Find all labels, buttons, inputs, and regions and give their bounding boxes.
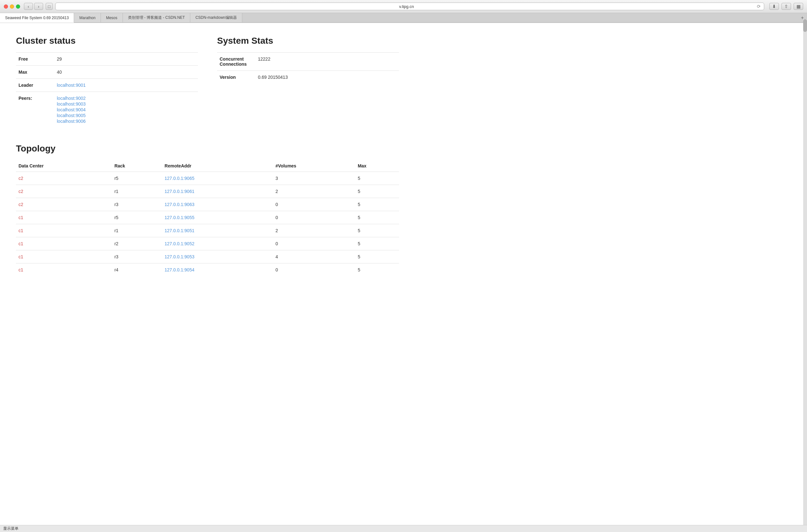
max-cell: 5 [355,250,399,263]
system-stats-section: System Stats Concurrent Connections 1222… [217,36,399,128]
max-cell: 5 [355,172,399,185]
peers-list: localhost:9002 localhost:9003 localhost:… [57,96,195,124]
rack-cell: r5 [112,172,162,185]
addr-link[interactable]: 127.0.0.1:9055 [165,215,195,220]
version-value: 0.69 20150413 [255,71,399,84]
tab-seaweed[interactable]: Seaweed File System 0.69 20150413 [0,13,74,23]
volumes-cell: 0 [273,198,355,211]
tab-mesos[interactable]: Mesos [101,13,123,22]
addr-cell: 127.0.0.1:9055 [162,211,273,224]
peer-link-4[interactable]: localhost:9005 [57,113,195,118]
table-row: c1 r3 127.0.0.1:9053 4 5 [16,250,399,263]
max-value: 40 [54,66,198,79]
col-rack: Rack [112,160,162,172]
close-button[interactable] [4,4,8,8]
rack-cell: r5 [112,211,162,224]
system-stats-table: Concurrent Connections 12222 Version 0.6… [217,52,399,83]
tab-marathon[interactable]: Marathon [74,13,101,22]
rack-cell: r3 [112,250,162,263]
max-cell: 5 [355,198,399,211]
table-row: c2 r1 127.0.0.1:9061 2 5 [16,185,399,198]
addr-link[interactable]: 127.0.0.1:9065 [165,176,195,181]
tab-csdn-category[interactable]: 类别管理 - 博客频道 - CSDN.NET [123,13,190,22]
peer-link-1[interactable]: localhost:9002 [57,96,195,101]
free-label: Free [16,53,54,66]
volumes-cell: 0 [273,263,355,277]
view-button[interactable]: □ [45,3,53,10]
maximize-button[interactable] [16,4,20,8]
tab-csdn-markdown[interactable]: CSDN-markdown编辑器 [190,13,242,22]
dc-cell: c2 [16,185,112,198]
peers-label: Peers: [16,92,54,128]
table-row: c2 r3 127.0.0.1:9063 0 5 [16,198,399,211]
stats-row: Cluster status Free 29 Max 40 Leader loc… [16,36,399,128]
max-cell: 5 [355,185,399,198]
version-label: Version [217,71,255,84]
addr-link[interactable]: 127.0.0.1:9063 [165,202,195,207]
rack-cell: r2 [112,237,162,250]
table-row: c1 r5 127.0.0.1:9055 0 5 [16,211,399,224]
leader-value: localhost:9001 [54,79,198,92]
max-cell: 5 [355,211,399,224]
address-bar[interactable] [59,4,754,9]
system-stats-heading: System Stats [217,36,399,46]
scrollbar[interactable] [803,19,807,289]
table-row: Max 40 [16,66,198,79]
table-row: Leader localhost:9001 [16,79,198,92]
peers-values: localhost:9002 localhost:9003 localhost:… [54,92,198,128]
download-button[interactable]: ⬇ [769,3,779,10]
volumes-cell: 4 [273,250,355,263]
back-button[interactable]: ‹ [24,3,33,10]
volumes-cell: 2 [273,185,355,198]
topology-heading: Topology [16,144,399,154]
browser-chrome: ‹ › □ ⟳ ⬇ ⇧ ▦ Seaweed File System 0.69 2… [0,0,807,23]
topology-table: Data Center Rack RemoteAddr #Volumes Max… [16,160,399,276]
addr-link[interactable]: 127.0.0.1:9052 [165,241,195,246]
scroll-thumb[interactable] [803,19,807,32]
volumes-cell: 0 [273,211,355,224]
topology-header-row: Data Center Rack RemoteAddr #Volumes Max [16,160,399,172]
peer-link-5[interactable]: localhost:9006 [57,119,195,124]
addr-cell: 127.0.0.1:9054 [162,263,273,277]
addr-link[interactable]: 127.0.0.1:9054 [165,267,195,272]
leader-link[interactable]: localhost:9001 [57,82,86,88]
minimize-button[interactable] [10,4,14,8]
leader-label: Leader [16,79,54,92]
addr-link[interactable]: 127.0.0.1:9051 [165,228,195,233]
dc-cell: c1 [16,211,112,224]
share-button[interactable]: ⇧ [782,3,791,10]
table-row: c2 r5 127.0.0.1:9065 3 5 [16,172,399,185]
addr-link[interactable]: 127.0.0.1:9061 [165,189,195,194]
nav-buttons: ‹ › [24,3,43,10]
table-row: c1 r4 127.0.0.1:9054 0 5 [16,263,399,277]
addr-link[interactable]: 127.0.0.1:9053 [165,254,195,259]
browser-tabs: Seaweed File System 0.69 20150413 Marath… [0,13,807,23]
col-data-center: Data Center [16,160,112,172]
concurrent-connections-label: Concurrent Connections [217,53,255,71]
table-row: c1 r2 127.0.0.1:9052 0 5 [16,237,399,250]
table-row: c1 r1 127.0.0.1:9051 2 5 [16,224,399,237]
peer-link-3[interactable]: localhost:9004 [57,107,195,112]
max-cell: 5 [355,263,399,277]
rack-cell: r3 [112,198,162,211]
addr-cell: 127.0.0.1:9051 [162,224,273,237]
max-label: Max [16,66,54,79]
browser-toolbar: ‹ › □ ⟳ ⬇ ⇧ ▦ [0,0,807,13]
reload-button[interactable]: ⟳ [757,4,761,9]
cluster-status-section: Cluster status Free 29 Max 40 Leader loc… [16,36,198,128]
table-row: Peers: localhost:9002 localhost:9003 loc… [16,92,198,128]
table-row: Concurrent Connections 12222 [217,53,399,71]
addr-cell: 127.0.0.1:9061 [162,185,273,198]
peer-link-2[interactable]: localhost:9003 [57,101,195,107]
dc-cell: c1 [16,237,112,250]
sidebar-button[interactable]: ▦ [794,3,803,10]
topology-section: Topology Data Center Rack RemoteAddr #Vo… [16,144,399,276]
forward-button[interactable]: › [34,3,43,10]
dc-cell: c1 [16,250,112,263]
volumes-cell: 2 [273,224,355,237]
addr-cell: 127.0.0.1:9065 [162,172,273,185]
address-bar-wrap: ⟳ [55,3,764,10]
col-max: Max [355,160,399,172]
col-remote-addr: RemoteAddr [162,160,273,172]
dc-cell: c2 [16,172,112,185]
